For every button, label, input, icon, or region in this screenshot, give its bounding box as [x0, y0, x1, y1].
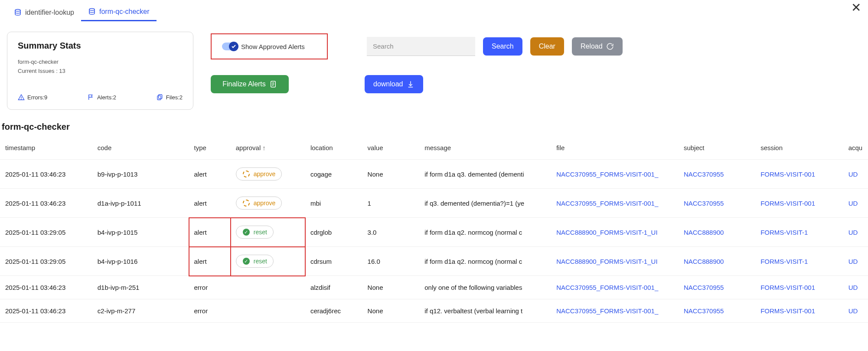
stats-title: Summary Stats	[18, 41, 183, 51]
cell-file[interactable]: NACC370955_FORMS-VISIT-001_	[551, 276, 679, 299]
col-file[interactable]: file	[551, 136, 679, 160]
cell-session[interactable]: FORMS-VISIT-001	[755, 189, 843, 218]
download-button[interactable]: download	[365, 75, 423, 93]
reset-button[interactable]: ✓reset	[236, 226, 274, 239]
col-code[interactable]: code	[92, 136, 189, 160]
cell-acq-link[interactable]: UD	[848, 200, 858, 207]
cell-type: error	[189, 276, 231, 299]
cell-file-link[interactable]: NACC888900_FORMS-VISIT-1_UI	[556, 258, 657, 265]
cell-acq-link[interactable]: UD	[848, 258, 858, 265]
approve-button[interactable]: approve	[236, 197, 282, 210]
cell-file[interactable]: NACC370955_FORMS-VISIT-001_	[551, 189, 679, 218]
cell-acq-link[interactable]: UD	[848, 171, 858, 178]
cell-approval: approve	[231, 189, 305, 218]
cell-subject-link[interactable]: NACC888900	[684, 229, 724, 236]
cell-subject[interactable]: NACC370955	[679, 189, 755, 218]
download-icon	[407, 80, 414, 88]
col-approval[interactable]: approval↑	[231, 136, 305, 160]
cell-file[interactable]: NACC370955_FORMS-VISIT-001_	[551, 299, 679, 323]
table-header-row: timestamp code type approval↑ location v…	[0, 136, 868, 160]
table-row: 2025-01-11 03:46:23d1a-ivp-p-1011alertap…	[0, 189, 868, 218]
cell-session-link[interactable]: FORMS-VISIT-1	[760, 258, 808, 265]
cell-code: c2-ivp-m-277	[92, 299, 189, 323]
cell-acq[interactable]: UD	[843, 299, 868, 323]
reload-button[interactable]: Reload	[572, 37, 623, 56]
cell-acq[interactable]: UD	[843, 160, 868, 189]
cell-file[interactable]: NACC370955_FORMS-VISIT-001_	[551, 160, 679, 189]
section-heading: form-qc-checker	[0, 113, 868, 136]
cell-session[interactable]: FORMS-VISIT-1	[755, 247, 843, 276]
cell-session[interactable]: FORMS-VISIT-001	[755, 276, 843, 299]
cell-session-link[interactable]: FORMS-VISIT-001	[760, 284, 815, 291]
col-acq[interactable]: acqu	[843, 136, 868, 160]
reset-button[interactable]: ✓reset	[236, 255, 274, 268]
cell-acq[interactable]: UD	[843, 247, 868, 276]
cell-file[interactable]: NACC888900_FORMS-VISIT-1_UI	[551, 247, 679, 276]
database-icon	[14, 9, 22, 16]
cell-file-link[interactable]: NACC370955_FORMS-VISIT-001_	[556, 307, 658, 315]
cell-code: b4-ivp-p-1016	[92, 247, 189, 276]
cell-subject[interactable]: NACC888900	[679, 218, 755, 247]
cell-subject-link[interactable]: NACC370955	[684, 284, 724, 291]
cell-file-link[interactable]: NACC370955_FORMS-VISIT-001_	[556, 171, 658, 178]
finalize-alerts-button[interactable]: Finalize Alerts	[211, 75, 289, 93]
col-timestamp[interactable]: timestamp	[0, 136, 92, 160]
cell-session-link[interactable]: FORMS-VISIT-001	[760, 307, 815, 315]
cell-session[interactable]: FORMS-VISIT-001	[755, 160, 843, 189]
stats-subtitle: form-qc-checker	[18, 58, 183, 67]
cell-subject[interactable]: NACC888900	[679, 247, 755, 276]
cell-message: only one of the following variables	[419, 276, 551, 299]
cell-message: if form d1a q2. normcog (normal c	[419, 247, 551, 276]
cell-file-link[interactable]: NACC370955_FORMS-VISIT-001_	[556, 200, 658, 207]
col-location[interactable]: location	[305, 136, 362, 160]
tab-form-qc-checker[interactable]: form-qc-checker	[81, 3, 157, 21]
cell-session[interactable]: FORMS-VISIT-1	[755, 218, 843, 247]
cell-subject-link[interactable]: NACC370955	[684, 307, 724, 315]
check-icon	[229, 42, 238, 51]
col-value[interactable]: value	[362, 136, 420, 160]
pending-icon	[242, 199, 250, 207]
cell-file-link[interactable]: NACC370955_FORMS-VISIT-001_	[556, 284, 658, 291]
sort-asc-icon: ↑	[262, 144, 266, 151]
col-session[interactable]: session	[755, 136, 843, 160]
cell-subject-link[interactable]: NACC370955	[684, 200, 724, 207]
tab-identifier-lookup[interactable]: identifier-lookup	[7, 4, 81, 21]
clear-button[interactable]: Clear	[530, 37, 564, 56]
search-input[interactable]	[367, 37, 475, 56]
search-button[interactable]: Search	[483, 37, 522, 56]
check-icon: ✓	[242, 257, 250, 265]
cell-value: None	[362, 276, 420, 299]
cell-acq[interactable]: UD	[843, 218, 868, 247]
cell-subject[interactable]: NACC370955	[679, 160, 755, 189]
svg-point-0	[15, 9, 20, 11]
cell-type: error	[189, 299, 231, 323]
cell-subject[interactable]: NACC370955	[679, 299, 755, 323]
cell-session[interactable]: FORMS-VISIT-001	[755, 299, 843, 323]
show-approved-toggle-box: Show Approved Alerts	[211, 33, 328, 59]
cell-file[interactable]: NACC888900_FORMS-VISIT-1_UI	[551, 218, 679, 247]
col-subject[interactable]: subject	[679, 136, 755, 160]
cell-approval	[231, 276, 305, 299]
cell-session-link[interactable]: FORMS-VISIT-001	[760, 171, 815, 178]
cell-subject-link[interactable]: NACC888900	[684, 258, 724, 265]
summary-stats-card: Summary Stats form-qc-checker Current Is…	[7, 32, 193, 110]
approve-button[interactable]: approve	[236, 167, 282, 180]
close-icon[interactable]: ✕	[851, 2, 861, 14]
stats-files: Files:2	[157, 94, 183, 101]
cell-acq-link[interactable]: UD	[848, 307, 858, 315]
cell-file-link[interactable]: NACC888900_FORMS-VISIT-1_UI	[556, 229, 657, 236]
cell-session-link[interactable]: FORMS-VISIT-001	[760, 200, 815, 207]
cell-acq[interactable]: UD	[843, 276, 868, 299]
cell-acq-link[interactable]: UD	[848, 284, 858, 291]
show-approved-toggle[interactable]	[222, 43, 238, 50]
cell-location: mbi	[305, 189, 362, 218]
cell-acq-link[interactable]: UD	[848, 229, 858, 236]
col-type[interactable]: type	[189, 136, 231, 160]
cell-subject[interactable]: NACC370955	[679, 276, 755, 299]
cell-session-link[interactable]: FORMS-VISIT-1	[760, 229, 808, 236]
cell-type: alert	[189, 189, 231, 218]
cell-acq[interactable]: UD	[843, 189, 868, 218]
cell-value: 1	[362, 189, 420, 218]
cell-subject-link[interactable]: NACC370955	[684, 171, 724, 178]
col-message[interactable]: message	[419, 136, 551, 160]
